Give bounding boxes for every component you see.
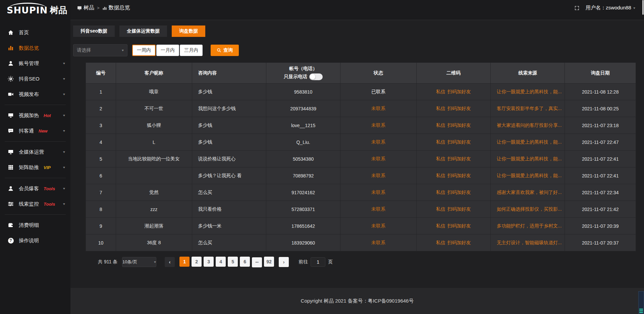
table-header-row: 编号 客户昵称 咨询内容 帐号（电话） 只显示电话: [86, 63, 636, 84]
menu-divider: [5, 105, 66, 105]
private-message-link[interactable]: 私信: [436, 190, 445, 195]
private-message-link[interactable]: 私信: [436, 139, 445, 145]
sidebar-menu: 首页数据总览账号管理▾抖音SEO▾视频发布▾视频加热Hot▾抖客通New▾全媒体…: [0, 20, 70, 314]
question-icon: ?: [7, 237, 14, 244]
scan-add-friend-link[interactable]: 扫码加好友: [447, 190, 471, 195]
page-button-3[interactable]: 3: [204, 257, 214, 267]
breadcrumb-item-current[interactable]: 数据总览: [102, 4, 130, 11]
cell-source-link[interactable]: 让你一眼就爱上的黑科技，能...: [490, 151, 565, 167]
chevron-down-icon: ▾: [63, 187, 65, 190]
cell-source-link[interactable]: 多功能护栏灯，适用于乡村文...: [490, 218, 565, 234]
query-button[interactable]: 查询: [211, 45, 239, 56]
topbar: 树品 > 数据总览 用户名：zswodun88 ▾: [70, 0, 644, 20]
table-row: 9潮起潮落多少钱一米178651642未联系私信扫码加好友多功能护栏灯，适用于乡…: [86, 218, 636, 234]
sidebar-item-全媒体运营[interactable]: 全媒体运营▾: [0, 144, 70, 160]
cell-source-link[interactable]: 让你一眼就爱上的黑科技，能...: [490, 167, 565, 184]
floating-widget[interactable]: [638, 291, 644, 314]
range-button-一周内[interactable]: 一周内: [132, 45, 156, 56]
cell-account: 50534380: [266, 151, 340, 167]
scan-add-friend-link[interactable]: 扫码加好友: [447, 240, 471, 245]
cell-date: 2021-11-07 22:41: [565, 151, 636, 167]
private-message-link[interactable]: 私信: [436, 89, 445, 94]
prev-page-button[interactable]: ‹: [165, 257, 175, 267]
brand-logo: SHUPIN 树品: [0, 0, 70, 20]
private-message-link[interactable]: 私信: [436, 206, 445, 212]
cell-status: 已联系: [340, 84, 416, 100]
sidebar-item-首页[interactable]: 首页: [0, 25, 70, 40]
sidebar-item-数据总览[interactable]: 数据总览: [0, 40, 70, 56]
page-button-4[interactable]: 4: [216, 257, 226, 267]
private-message-link[interactable]: 私信: [436, 240, 445, 245]
scrollbar-thumb[interactable]: [642, 0, 644, 15]
logo-arc: [9, 3, 46, 8]
fullscreen-icon[interactable]: [574, 5, 580, 11]
cell-qrcode: 私信扫码加好友: [416, 184, 490, 201]
tab-询盘数据[interactable]: 询盘数据: [172, 25, 205, 37]
cell-qrcode: 私信扫码加好友: [416, 84, 490, 100]
page-button-1[interactable]: 1: [179, 257, 190, 267]
sidebar-item-视频加热[interactable]: 视频加热Hot▾: [0, 108, 70, 123]
phone-only-toggle[interactable]: [309, 73, 323, 80]
account-select[interactable]: 请选择 ▾: [73, 44, 127, 56]
private-message-link[interactable]: 私信: [436, 223, 445, 228]
cell-source-link[interactable]: 让你一眼就爱上的黑科技，能...: [490, 84, 565, 100]
private-message-link[interactable]: 私信: [436, 156, 445, 161]
page-button-5[interactable]: 5: [228, 257, 238, 267]
next-page-button[interactable]: ›: [279, 257, 289, 267]
range-button-一月内[interactable]: 一月内: [156, 45, 179, 56]
scan-add-friend-link[interactable]: 扫码加好友: [447, 173, 471, 178]
range-button-三月内[interactable]: 三月内: [180, 45, 203, 56]
table-row: 5当地比较能吃的一位美女说说价格让我死心50534380未联系私信扫码加好友让你…: [86, 151, 636, 167]
scan-add-friend-link[interactable]: 扫码加好友: [447, 156, 471, 161]
cell-account: Q_Liu.: [266, 134, 340, 151]
user-menu[interactable]: 用户名：zswodun88 ▾: [586, 5, 635, 11]
cell-consult: 怎么买: [192, 234, 266, 251]
sidebar-item-视频发布[interactable]: 视频发布▾: [0, 87, 70, 102]
cell-source-link[interactable]: 无主灯设计，智能磁吸轨道灯...: [490, 234, 565, 251]
sidebar-item-线索监控[interactable]: 线索监控Tools▾: [0, 196, 70, 212]
scan-add-friend-link[interactable]: 扫码加好友: [447, 89, 471, 94]
page-ellipsis-button[interactable]: •••: [252, 257, 262, 267]
page-button-92[interactable]: 92: [264, 257, 274, 267]
breadcrumb-label: 数据总览: [109, 4, 130, 11]
page-button-6[interactable]: 6: [240, 257, 250, 267]
sidebar-item-会员爆客[interactable]: 会员爆客Tools▾: [0, 181, 70, 196]
sidebar-item-消费明细[interactable]: 消费明细: [0, 217, 70, 233]
cell-date: 2021-11-07 22:41: [565, 167, 636, 184]
cell-date: 2021-11-08 00:25: [565, 100, 636, 117]
private-message-link[interactable]: 私信: [436, 122, 445, 128]
table-row: 1哦章多少钱9583810已联系私信扫码加好友让你一眼就爱上的黑科技，能...2…: [86, 84, 636, 100]
sidebar-item-操作说明[interactable]: ?操作说明: [0, 233, 70, 248]
sidebar-item-label: 视频加热: [19, 112, 39, 119]
sidebar-item-label: 会员爆客: [19, 186, 39, 192]
cell-source-link[interactable]: 被大家追着问的客厅投影分享...: [490, 117, 565, 134]
sidebar-item-抖客通[interactable]: 抖客通New▾: [0, 123, 70, 139]
sidebar-item-矩阵助推[interactable]: 矩阵助推VIP▾: [0, 160, 70, 175]
tab-抖音seo数据[interactable]: 抖音seo数据: [73, 25, 115, 37]
cell-source-link[interactable]: 客厅安装投影半年多了，真实...: [490, 100, 565, 117]
cell-source-link[interactable]: 感谢大家喜欢我家，被问了好...: [490, 184, 565, 201]
cell-id: 7: [86, 184, 116, 201]
scan-add-friend-link[interactable]: 扫码加好友: [447, 122, 471, 128]
scan-add-friend-link[interactable]: 扫码加好友: [447, 223, 471, 228]
cell-source-link[interactable]: 让你一眼就爱上的黑科技，能...: [490, 134, 565, 151]
scan-add-friend-link[interactable]: 扫码加好友: [447, 206, 471, 212]
cell-id: 6: [86, 167, 116, 184]
page-size-select[interactable]: 10条/页 ▾: [122, 257, 156, 267]
sidebar-item-账号管理[interactable]: 账号管理▾: [0, 56, 70, 71]
cell-source-link[interactable]: 如何正确选择投影仪，买投影...: [490, 201, 565, 218]
breadcrumb-item-home[interactable]: 树品: [77, 4, 94, 11]
scan-add-friend-link[interactable]: 扫码加好友: [447, 139, 471, 145]
cell-qrcode: 私信扫码加好友: [416, 201, 490, 218]
private-message-link[interactable]: 私信: [436, 106, 445, 111]
page-button-2[interactable]: 2: [192, 257, 202, 267]
cell-date: 2021-11-08 12:28: [565, 84, 636, 100]
tab-全媒体运营数据[interactable]: 全媒体运营数据: [119, 25, 167, 37]
chevron-down-icon: ▾: [154, 260, 156, 264]
breadcrumb-label: 树品: [84, 4, 94, 11]
sidebar-item-抖音SEO[interactable]: 抖音SEO▾: [0, 71, 70, 87]
private-message-link[interactable]: 私信: [436, 173, 445, 178]
scan-add-friend-link[interactable]: 扫码加好友: [447, 106, 471, 111]
goto-page-input[interactable]: [311, 257, 325, 267]
sidebar: SHUPIN 树品 首页数据总览账号管理▾抖音SEO▾视频发布▾视频加热Hot▾…: [0, 0, 70, 314]
